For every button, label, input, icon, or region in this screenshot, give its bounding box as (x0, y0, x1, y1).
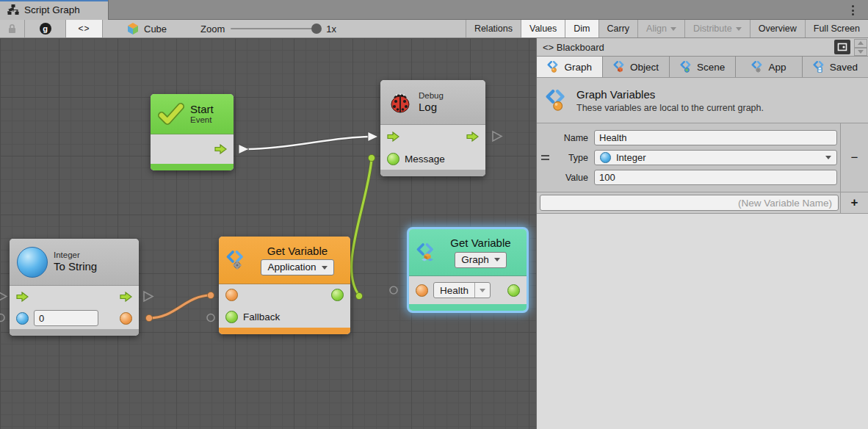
node-start-event[interactable]: Start Event (151, 94, 234, 170)
window-tab-strip: Script Graph (0, 0, 868, 20)
cube-icon (126, 22, 140, 35)
kebab-menu-icon[interactable] (847, 3, 858, 18)
flow-input-port[interactable] (387, 131, 399, 142)
carry-button[interactable]: Carry (598, 20, 638, 37)
variable-value-input[interactable] (594, 170, 837, 185)
section-title: Graph Variables (576, 88, 764, 101)
tab-app[interactable]: App (736, 57, 802, 77)
drag-handle-icon[interactable] (537, 123, 553, 192)
dock-icon (837, 43, 847, 51)
get-variable-icon (226, 250, 246, 270)
value-wire-getvar-to-message (352, 154, 375, 299)
window-tab-script-graph[interactable]: Script Graph (0, 0, 109, 20)
flow-output-port[interactable] (214, 144, 227, 154)
zoom-label: Zoom (200, 24, 225, 35)
chevron-down-icon (670, 27, 676, 31)
graph-inspector-button[interactable]: g (25, 20, 66, 37)
name-label: Name (553, 133, 588, 143)
tab-saved[interactable]: Saved (803, 57, 868, 77)
node-debug-log[interactable]: Debug Log Message (380, 80, 485, 176)
node-title: To String (54, 260, 97, 273)
code-view-toggle[interactable]: <> (66, 20, 103, 37)
node-title: Log (419, 101, 437, 113)
message-input-port[interactable] (387, 153, 399, 165)
align-button[interactable]: Align (637, 20, 684, 37)
window-tab-label: Script Graph (24, 4, 80, 15)
overview-button[interactable]: Overview (750, 20, 805, 37)
scroll-down-button[interactable] (854, 48, 867, 57)
script-graph-icon (7, 4, 19, 15)
port-label: Fallback (243, 311, 280, 322)
check-icon (158, 103, 184, 125)
graph-variables-icon (546, 90, 568, 111)
graph-variables-section: Graph Variables These variables are loca… (537, 78, 868, 123)
variable-value-output-port[interactable] (507, 284, 520, 297)
tab-object[interactable]: Object (603, 57, 669, 77)
lock-icon (7, 24, 17, 34)
chevron-down-icon (322, 266, 328, 270)
zoom-slider-knob[interactable] (311, 24, 322, 34)
distribute-button[interactable]: Distribute (684, 20, 750, 37)
value-wire-tostring-to-getvar (145, 292, 214, 321)
node-surtitle: Integer (54, 250, 80, 260)
graph-toolbar: g <> Cube Zoom 1x Relations Values Dim C… (0, 20, 868, 38)
node-title: Start (190, 103, 214, 115)
lock-button[interactable] (0, 20, 25, 37)
graph-variables-tab-icon (547, 61, 560, 73)
variable-scope-dropdown[interactable]: Application (261, 259, 333, 275)
remove-variable-button[interactable]: − (840, 123, 868, 192)
section-description: These variables are local to the current… (576, 103, 764, 113)
flow-output-port[interactable] (120, 292, 132, 302)
blackboard-panel: <> Blackboard Graph Object Scene App Sav… (536, 38, 868, 429)
zoom-control: Zoom 1x (200, 20, 336, 37)
node-subtitle: Event (190, 115, 211, 125)
relations-button[interactable]: Relations (466, 20, 521, 37)
tab-graph[interactable]: Graph (537, 57, 603, 77)
graph-badge-icon: g (40, 23, 51, 35)
node-title: Get Variable (450, 237, 510, 249)
tab-scene[interactable]: Scene (670, 57, 736, 77)
toolbar-buttons: Relations Values Dim Carry Align Distrib… (466, 20, 868, 37)
node-surtitle: Debug (419, 91, 444, 101)
variable-scope-tabs: Graph Object Scene App Saved (537, 57, 868, 78)
graph-canvas[interactable]: Start Event Debug Log (0, 38, 536, 429)
dock-button[interactable] (834, 40, 850, 54)
zoom-value: 1x (326, 24, 336, 35)
values-button[interactable]: Values (521, 20, 565, 37)
fallback-input-port[interactable] (225, 311, 238, 323)
variable-name-input-port[interactable] (416, 284, 428, 297)
variable-scope-dropdown[interactable]: Graph (455, 252, 507, 268)
variable-value-output-port[interactable] (331, 289, 344, 301)
dim-button[interactable]: Dim (565, 20, 598, 37)
variable-name-input[interactable] (594, 130, 837, 145)
integer-sphere-icon (17, 247, 48, 278)
string-output-port[interactable] (120, 312, 132, 325)
new-variable-row: + (537, 192, 868, 214)
flow-wire-start-to-log (239, 132, 378, 154)
variable-name-dropdown[interactable]: Health (433, 282, 491, 298)
integer-value-input[interactable] (34, 310, 98, 326)
scene-variables-tab-icon (680, 61, 692, 73)
new-variable-input[interactable] (540, 195, 839, 211)
integer-type-icon (600, 152, 611, 163)
scroll-up-icon (858, 41, 864, 45)
panel-scroll-buttons (854, 39, 867, 56)
full-screen-button[interactable]: Full Screen (805, 20, 868, 37)
type-label: Type (553, 153, 588, 163)
scroll-up-button[interactable] (854, 39, 867, 48)
node-get-variable-application[interactable]: Get Variable Application Fallback (219, 237, 350, 334)
add-variable-button[interactable]: + (840, 192, 868, 213)
chevron-down-icon (480, 289, 485, 292)
flow-input-port[interactable] (16, 292, 29, 302)
node-get-variable-graph[interactable]: Get Variable Graph Health (409, 229, 527, 311)
flow-output-port[interactable] (466, 131, 479, 142)
zoom-slider[interactable] (231, 28, 320, 29)
node-title: Get Variable (267, 245, 328, 257)
scroll-down-icon (858, 50, 864, 54)
value-label: Value (553, 173, 588, 183)
chevron-down-icon (494, 258, 500, 262)
node-integer-to-string[interactable]: Integer To String (10, 239, 139, 336)
variable-name-input-port[interactable] (225, 289, 238, 301)
variable-type-dropdown[interactable]: Integer (594, 150, 837, 165)
integer-input-port[interactable] (16, 312, 29, 325)
